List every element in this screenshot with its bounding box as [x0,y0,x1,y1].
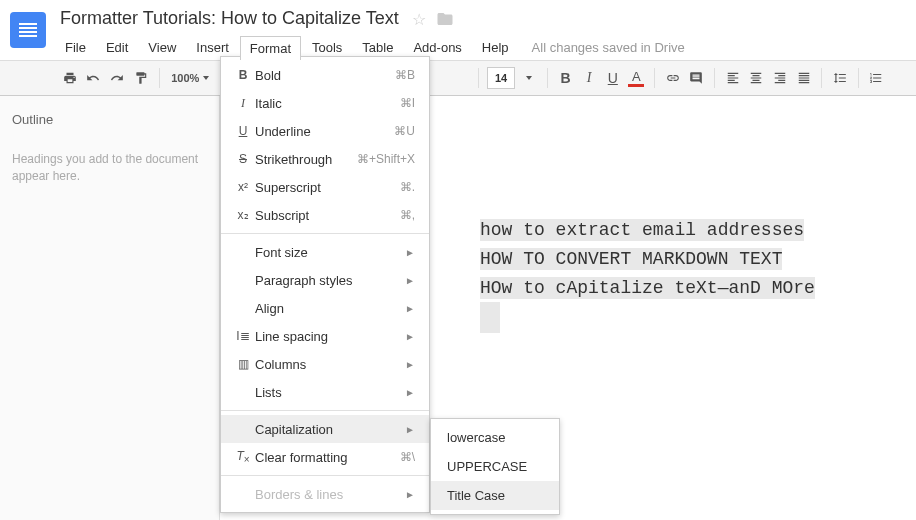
folder-icon[interactable] [436,10,454,32]
doc-line[interactable]: how to extract email addresses [480,219,804,241]
chevron-right-icon: ► [405,275,415,286]
zoom-select[interactable]: 100% [167,72,213,84]
capitalization-lowercase[interactable]: lowercase [431,423,559,452]
format-align[interactable]: Align ► [221,294,429,322]
chevron-right-icon: ► [405,489,415,500]
document-title[interactable]: Formatter Tutorials: How to Capitalize T… [56,6,403,31]
outline-panel: Outline Headings you add to the document… [0,96,220,520]
bold-icon: B [231,68,255,82]
menu-format[interactable]: Format [240,36,301,60]
italic-icon: I [231,96,255,111]
chevron-right-icon: ► [405,247,415,258]
bold-button[interactable]: B [556,65,576,91]
columns-icon: ▥ [231,357,255,371]
format-strikethrough[interactable]: S Strikethrough ⌘+Shift+X [221,145,429,173]
undo-button[interactable] [84,65,104,91]
format-dropdown: B Bold ⌘B I Italic ⌘I U Underline ⌘U S S… [220,56,430,513]
doc-line[interactable]: HOW TO CONVERT MARKDOWN TEXT [480,248,782,270]
capitalization-uppercase[interactable]: UPPERCASE [431,452,559,481]
redo-button[interactable] [107,65,127,91]
outline-hint: Headings you add to the document appear … [12,151,207,185]
text-color-button[interactable]: A [627,65,647,91]
insert-link-button[interactable] [663,65,683,91]
line-spacing-icon: I≣ [231,329,255,343]
subscript-icon: x₂ [231,208,255,222]
format-paragraph-styles[interactable]: Paragraph styles ► [221,266,429,294]
star-icon[interactable]: ☆ [412,10,426,32]
superscript-icon: x² [231,180,255,194]
chevron-right-icon: ► [405,424,415,435]
clear-format-icon: T× [231,449,255,465]
chevron-right-icon: ► [405,303,415,314]
underline-button[interactable]: U [603,65,623,91]
align-right-button[interactable] [770,65,790,91]
toolbar: 100% 14 B I U A [0,60,916,96]
font-size-dropdown[interactable] [519,65,539,91]
strikethrough-icon: S [231,152,255,166]
format-lists[interactable]: Lists ► [221,378,429,406]
numbered-list-button[interactable] [866,65,886,91]
capitalization-titlecase[interactable]: Title Case [431,481,559,510]
format-capitalization[interactable]: Capitalization ► [221,415,429,443]
format-bold[interactable]: B Bold ⌘B [221,61,429,89]
format-borders: Borders & lines ► [221,480,429,508]
format-columns[interactable]: ▥ Columns ► [221,350,429,378]
format-line-spacing[interactable]: I≣ Line spacing ► [221,322,429,350]
print-button[interactable] [60,65,80,91]
save-status: All changes saved in Drive [520,36,697,60]
align-left-button[interactable] [723,65,743,91]
format-subscript[interactable]: x₂ Subscript ⌘, [221,201,429,229]
format-superscript[interactable]: x² Superscript ⌘. [221,173,429,201]
format-underline[interactable]: U Underline ⌘U [221,117,429,145]
chevron-right-icon: ► [405,387,415,398]
insert-comment-button[interactable] [687,65,707,91]
chevron-right-icon: ► [405,359,415,370]
menu-file[interactable]: File [56,36,95,60]
capitalization-submenu: lowercase UPPERCASE Title Case [430,418,560,515]
italic-button[interactable]: I [579,65,599,91]
docs-logo[interactable] [0,0,56,60]
format-font-size[interactable]: Font size ► [221,238,429,266]
font-size-input[interactable]: 14 [487,67,516,89]
doc-line[interactable]: HOw to cApitalize teXt—anD MOre [480,277,815,299]
format-italic[interactable]: I Italic ⌘I [221,89,429,117]
text-cursor [480,302,500,333]
format-clear[interactable]: T× Clear formatting ⌘\ [221,443,429,471]
paint-format-button[interactable] [131,65,151,91]
menu-edit[interactable]: Edit [97,36,137,60]
chevron-right-icon: ► [405,331,415,342]
menu-help[interactable]: Help [473,36,518,60]
line-spacing-button[interactable] [830,65,850,91]
align-justify-button[interactable] [794,65,814,91]
menu-view[interactable]: View [139,36,185,60]
underline-icon: U [231,124,255,138]
align-center-button[interactable] [747,65,767,91]
outline-title: Outline [12,112,207,127]
